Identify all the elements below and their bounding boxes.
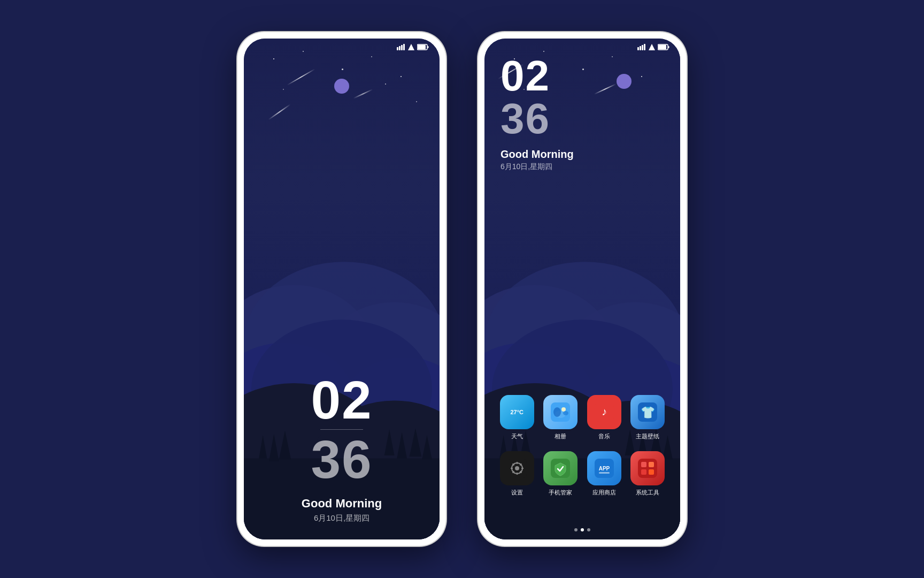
svg-rect-47 — [668, 46, 669, 48]
home-clock-area: 02 36 Good Morning 6月10日,星期四 — [484, 55, 680, 172]
svg-rect-43 — [644, 44, 645, 50]
phone-lockscreen: 02 36 Good Morning 6月10日,星期四 — [237, 32, 446, 546]
clock-hour: 02 — [311, 373, 372, 427]
svg-rect-41 — [640, 46, 641, 50]
date-text: 6月10日,星期四 — [314, 513, 369, 523]
svg-rect-17 — [399, 46, 401, 50]
svg-rect-22 — [418, 45, 426, 49]
homescreen-content: 02 36 Good Morning 6月10日,星期四 — [484, 39, 680, 539]
clock-area: 02 36 Good Morning 6月10日,星期四 — [302, 373, 382, 539]
lockscreen-content: 02 36 Good Morning 6月10日,星期四 — [244, 39, 440, 539]
status-bar-2 — [637, 44, 669, 50]
svg-rect-46 — [658, 45, 666, 49]
home-greeting: Good Morning — [500, 148, 574, 161]
clock-minute: 36 — [311, 432, 372, 486]
battery-icon-2 — [658, 44, 669, 50]
greeting: Good Morning — [302, 497, 382, 511]
data-icon-2 — [649, 44, 655, 50]
status-bar — [397, 44, 429, 50]
svg-rect-42 — [642, 45, 643, 50]
phone-homescreen: 02 36 Good Morning 6月10日,星期四 27°C 天气 — [478, 32, 687, 546]
signal-icon — [397, 44, 405, 50]
battery-icon — [417, 44, 429, 50]
home-clock-minute: 36 — [500, 97, 550, 140]
svg-rect-19 — [403, 44, 405, 50]
svg-rect-16 — [397, 47, 398, 50]
svg-marker-44 — [649, 44, 655, 50]
home-clock-hour: 02 — [500, 55, 550, 97]
svg-rect-18 — [401, 45, 403, 50]
svg-rect-23 — [428, 46, 429, 48]
svg-marker-20 — [408, 44, 414, 50]
signal-icon-2 — [637, 44, 646, 50]
svg-rect-40 — [637, 47, 639, 50]
data-icon — [408, 44, 414, 50]
home-date: 6月10日,星期四 — [500, 162, 552, 172]
